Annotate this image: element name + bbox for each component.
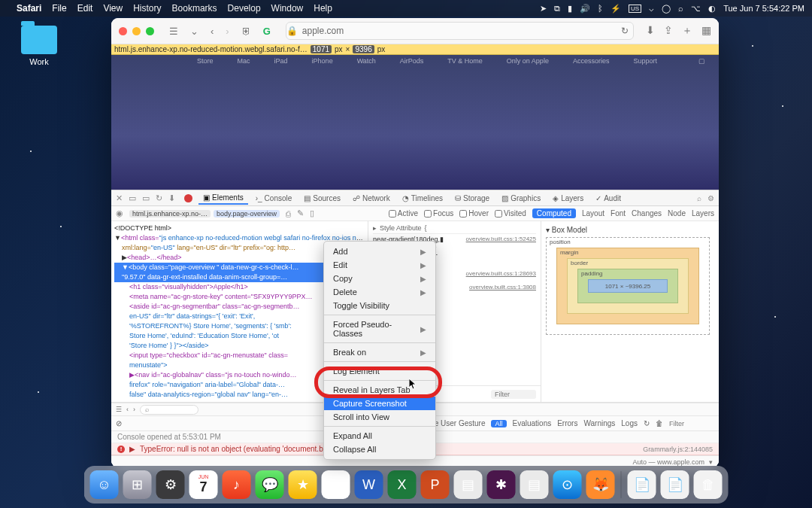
dock-messages[interactable]: 💬 [256, 470, 284, 499]
console-filter-input[interactable] [669, 420, 714, 427]
menubar-help[interactable]: Help [314, 3, 332, 14]
dock-launchpad[interactable]: ⊞ [123, 470, 152, 499]
menubar-bookmarks[interactable]: Bookmarks [172, 3, 217, 14]
menubar-app[interactable]: Safari [17, 3, 41, 14]
spotlight-icon[interactable]: ⌕ [678, 4, 683, 13]
filter-evaluations[interactable]: Evaluations [513, 419, 552, 427]
breadcrumb-body[interactable]: body.page-overview [214, 210, 280, 217]
styles-layers[interactable]: Layers [692, 209, 714, 217]
styles-computed[interactable]: Computed [532, 208, 576, 218]
pseudo-visited[interactable]: Visited [495, 209, 526, 217]
error-count-badge[interactable] [184, 194, 192, 202]
ctx-expand-all[interactable]: Expand All [324, 429, 435, 443]
inspector-dock-icon[interactable]: ▭ [129, 193, 136, 203]
dock-file[interactable]: 📄 [628, 470, 656, 499]
inspector-download-icon[interactable]: ⬇ [168, 193, 175, 203]
css-source-link[interactable]: overview.built.css:1:52425 [466, 236, 536, 242]
siri-icon[interactable]: ◐ [708, 4, 716, 14]
dom-tree-icon[interactable]: ☰ [116, 406, 122, 413]
downloads-icon[interactable]: ⬇ [646, 24, 655, 38]
nav-mac[interactable]: Mac [238, 57, 250, 65]
print-icon[interactable]: ⎙ [286, 209, 291, 218]
pseudo-focus[interactable]: Focus [424, 209, 453, 217]
ctx-log-element[interactable]: Log Element [324, 364, 435, 378]
menubar-edit[interactable]: Edit [77, 3, 93, 14]
tab-graphics[interactable]: ▨Graphics [497, 193, 545, 204]
menubar-file[interactable]: File [52, 3, 66, 14]
styles-node[interactable]: Node [668, 209, 686, 217]
window-zoom-button[interactable] [146, 27, 154, 35]
css-source-link[interactable]: overview.built.css:1:28693 [466, 270, 536, 277]
inspector-close-icon[interactable]: ✕ [116, 193, 123, 203]
nav-airpods[interactable]: AirPods [400, 57, 424, 65]
ruler-icon[interactable]: ▯ [310, 208, 314, 218]
menubar-view[interactable]: View [103, 3, 123, 14]
tab-console[interactable]: ›_Console [251, 193, 297, 204]
console-trash-icon[interactable]: 🗑 [656, 419, 663, 427]
nav-ipad[interactable]: iPad [274, 57, 288, 65]
console-clear-icon[interactable]: ⊘ [116, 419, 122, 427]
paint-icon[interactable]: ✎ [297, 208, 304, 218]
shield-icon[interactable]: ⛨ [238, 24, 254, 38]
dock-calendar[interactable]: JUN7 [189, 470, 218, 499]
volume-icon[interactable]: 🔊 [580, 4, 590, 14]
share-icon[interactable]: ⇪ [664, 24, 673, 38]
window-minimize-button[interactable] [132, 27, 141, 35]
control-center-icon[interactable]: ⌥ [691, 4, 701, 14]
bluetooth-icon[interactable]: ᛒ [598, 4, 603, 13]
nav-iphone[interactable]: iPhone [312, 57, 333, 65]
ctx-collapse-all[interactable]: Collapse All [324, 443, 435, 456]
dock-slack[interactable]: ✱ [487, 470, 516, 499]
dock-chrome[interactable]: ◐ [322, 470, 350, 499]
ctx-scroll-into-view[interactable]: Scroll into View [324, 410, 435, 424]
inspector-search-icon[interactable]: ⌕ [697, 194, 701, 202]
tab-timelines[interactable]: ◔Timelines [398, 193, 447, 204]
dock-finder[interactable]: ☺ [90, 470, 119, 499]
location-icon[interactable]: ➤ [540, 4, 547, 14]
styles-changes[interactable]: Changes [632, 209, 662, 217]
ctx-toggle-visibility[interactable]: Toggle Visibility [324, 299, 435, 312]
input-source-icon[interactable]: US [629, 5, 641, 13]
pseudo-active[interactable]: Active [389, 209, 418, 217]
filter-logs[interactable]: Logs [621, 419, 638, 427]
styles-font[interactable]: Font [611, 209, 626, 217]
ctx-reveal-layers[interactable]: Reveal in Layers Tab [324, 383, 435, 397]
menubar-history[interactable]: History [133, 3, 161, 14]
inspector-dock2-icon[interactable]: ▭ [142, 193, 150, 203]
dock-app[interactable]: ▤ [454, 470, 483, 499]
tab-overview-icon[interactable]: ▦ [701, 24, 711, 38]
ctx-break-on[interactable]: Break on▶ [324, 345, 435, 359]
user-icon[interactable]: ◯ [662, 4, 671, 14]
address-bar[interactable]: 🔒 apple.com ↻ [286, 22, 634, 40]
dock-excel[interactable]: X [388, 470, 417, 499]
console-reload-icon[interactable]: ↻ [644, 419, 650, 427]
tab-audit[interactable]: ✓Audit [591, 193, 626, 204]
status-dropdown-icon[interactable]: ▾ [709, 458, 713, 466]
dock-firefox[interactable]: 🦊 [586, 470, 615, 499]
grammarly-icon[interactable]: G [260, 24, 274, 38]
ctx-forced-pseudo[interactable]: Forced Pseudo-Classes▶ [324, 318, 435, 340]
chevron-down-icon[interactable]: ⌄ [187, 24, 201, 38]
ctx-capture-screenshot[interactable]: Capture Screenshot [324, 397, 435, 410]
dock-word[interactable]: W [355, 470, 383, 499]
dock-tips[interactable]: ★ [289, 470, 317, 499]
battery-icon[interactable]: ▮ [568, 4, 572, 14]
breadcrumb-html[interactable]: html.js.enhance-xp.no-… [129, 210, 211, 217]
menubar-develop[interactable]: Develop [228, 3, 261, 14]
node-picker-icon[interactable]: ◉ [116, 208, 123, 218]
inspector-settings-icon[interactable]: ⚙ [707, 194, 714, 202]
dock-file2[interactable]: 📄 [661, 470, 689, 499]
sidebar-toggle-icon[interactable]: ☰ [166, 24, 181, 38]
filter-all[interactable]: All [491, 420, 506, 427]
bag-icon[interactable]: ▢ [698, 57, 705, 65]
tab-storage[interactable]: ⛁Storage [450, 193, 494, 204]
menubar-window[interactable]: Window [271, 3, 304, 14]
tab-layers[interactable]: ◈Layers [548, 193, 588, 204]
dock-music[interactable]: ♪ [223, 470, 251, 499]
wifi-icon[interactable]: ⌵ [649, 4, 654, 14]
crumb-back-icon[interactable]: ‹ [126, 406, 129, 413]
ctx-edit[interactable]: Edit▶ [324, 258, 435, 272]
nav-acc[interactable]: Accessories [573, 57, 610, 65]
desktop-folder-work[interactable]: Work [18, 26, 60, 66]
dock-app2[interactable]: ▤ [520, 470, 549, 499]
